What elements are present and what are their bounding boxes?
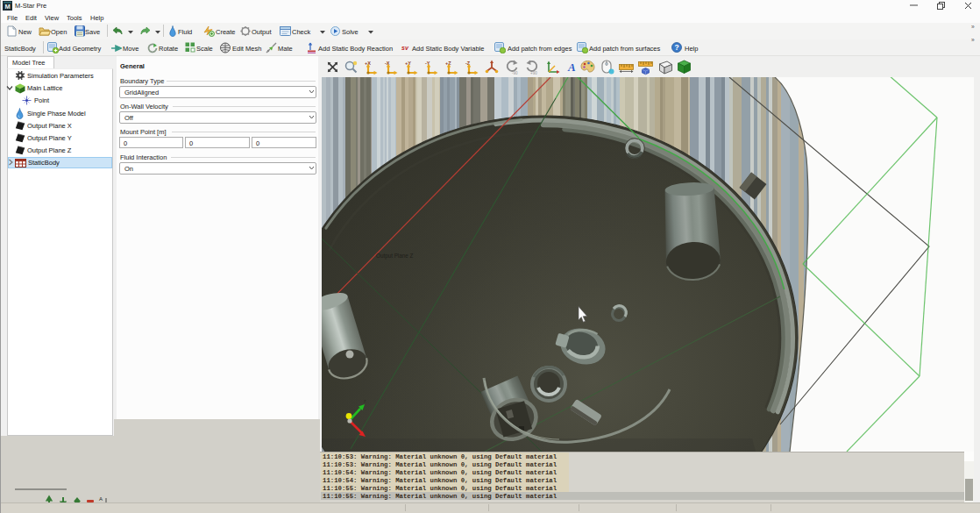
svg-text:Output Plane Z: Output Plane Z <box>376 253 414 260</box>
svg-text:-Y: -Y <box>425 61 430 66</box>
svg-text:M: M <box>4 3 10 11</box>
svg-text:-X: -X <box>385 61 390 66</box>
svg-text:+90: +90 <box>530 71 537 75</box>
svg-text:A: A <box>99 496 103 502</box>
svg-text:-90: -90 <box>512 71 518 75</box>
svg-text:?: ? <box>674 43 678 52</box>
svg-text:-Z: -Z <box>465 61 471 66</box>
svg-text:A: A <box>567 61 576 74</box>
